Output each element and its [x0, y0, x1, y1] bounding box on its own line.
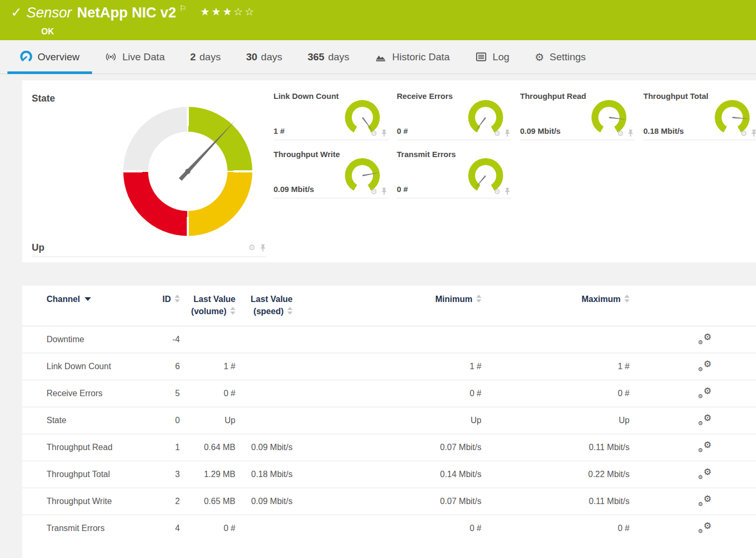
table-row[interactable]: Throughput Write20.65 MB0.09 Mbit/s0.07 …: [22, 488, 756, 515]
status-check-icon: ✓: [6, 3, 26, 21]
gauge-tile-throughput-read[interactable]: Throughput Read0.09 Mbit/s⚙: [520, 88, 635, 140]
cell-maximum: 0.22 Mbit/s: [481, 461, 630, 488]
column-header-last_value_volume[interactable]: Last Value(volume): [180, 286, 235, 326]
tab-overview[interactable]: Overview: [7, 40, 92, 74]
tab-label: Live Data: [122, 51, 165, 63]
cell-id: 5: [149, 380, 180, 407]
column-label: ID: [162, 295, 171, 304]
sort-icon: [230, 307, 235, 315]
column-header-maximum[interactable]: Maximum: [481, 286, 630, 326]
cell-maximum: [481, 326, 630, 353]
table-row[interactable]: Throughput Total31.29 MB0.18 Mbit/s0.14 …: [22, 461, 756, 488]
table-row[interactable]: Throughput Read10.64 MB0.09 Mbit/s0.07 M…: [22, 434, 756, 461]
sensor-name: NetApp NIC v2: [77, 3, 177, 22]
gear-icon[interactable]: ⚙: [370, 188, 377, 195]
chart-icon: [375, 51, 387, 63]
sort-icon: [175, 295, 180, 303]
gauge-value: 0.18 Mbit/s: [643, 126, 684, 135]
gear-icon[interactable]: ⚙: [617, 130, 624, 137]
channel-settings-gear-icon[interactable]: ⚙⚙: [698, 468, 712, 479]
column-header-id[interactable]: ID: [149, 286, 180, 326]
tab-live-data[interactable]: Live Data: [92, 40, 177, 74]
tab-2-days[interactable]: 2days: [177, 40, 233, 74]
cell-minimum: 0 #: [293, 515, 481, 542]
gear-icon[interactable]: ⚙: [494, 130, 500, 137]
column-label: Minimum: [435, 295, 472, 304]
gear-icon[interactable]: ⚙: [494, 188, 500, 195]
cell-maximum: 0.11 Mbit/s: [481, 434, 630, 461]
table-row[interactable]: Transmit Errors40 #0 #0 #⚙⚙: [22, 515, 756, 542]
table-row[interactable]: Link Down Count61 #1 #1 #⚙⚙: [22, 353, 756, 380]
tab-number: 365: [307, 51, 324, 63]
column-sublabel: (speed): [253, 307, 284, 316]
channel-settings-gear-icon[interactable]: ⚙⚙: [698, 495, 712, 506]
cell-last_value_volume: 1.29 MB: [180, 461, 235, 488]
broadcast-icon: [105, 51, 117, 63]
column-header-settings: [630, 286, 756, 326]
gauge-tile-throughput-write[interactable]: Throughput Write0.09 Mbit/s⚙: [274, 147, 388, 198]
cell-channel: Receive Errors: [22, 380, 149, 407]
tab-label: Overview: [38, 51, 79, 63]
pin-icon[interactable]: [381, 129, 387, 137]
cell-last_value_volume: Up: [180, 407, 235, 434]
gear-icon[interactable]: ⚙: [370, 130, 377, 137]
tab-365-days[interactable]: 365days: [295, 40, 362, 74]
pin-icon[interactable]: [504, 129, 511, 137]
cell-last_value_volume: 1 #: [180, 353, 235, 380]
gear-icon[interactable]: ⚙: [740, 130, 747, 137]
cell-maximum: 0 #: [481, 515, 630, 542]
column-header-last_value_speed[interactable]: Last Value(speed): [235, 286, 293, 326]
sensor-header: ✓ Sensor NetApp NIC v2 ⚐ ★★★☆☆ OK: [0, 0, 756, 40]
pin-icon[interactable]: [381, 187, 387, 195]
channel-settings-gear-icon[interactable]: ⚙⚙: [698, 441, 712, 452]
priority-stars[interactable]: ★★★☆☆: [201, 3, 256, 20]
gauge-tile-receive-errors[interactable]: Receive Errors0 #⚙: [397, 88, 512, 140]
tab-30-days[interactable]: 30days: [233, 40, 295, 74]
sort-desc-icon: [85, 297, 91, 301]
channel-settings-gear-icon[interactable]: ⚙⚙: [698, 414, 712, 425]
pin-icon[interactable]: [627, 129, 634, 137]
pin-icon[interactable]: [260, 244, 266, 252]
gauge-title: Throughput Read: [520, 88, 635, 100]
flag-icon[interactable]: ⚐: [179, 3, 186, 14]
gauge-tile-throughput-total[interactable]: Throughput Total0.18 Mbit/s⚙: [643, 88, 756, 140]
state-gauge-tile[interactable]: State Up ⚙: [32, 88, 266, 257]
cell-minimum: 0.07 Mbit/s: [293, 434, 481, 461]
table-row[interactable]: Receive Errors50 #0 #0 #⚙⚙: [22, 380, 756, 407]
column-label: Maximum: [581, 295, 621, 304]
cell-last_value_speed: 0.09 Mbit/s: [235, 434, 293, 461]
gauge-value: 0.09 Mbit/s: [520, 126, 561, 135]
gauge-tile-transmit-errors[interactable]: Transmit Errors0 #⚙: [397, 147, 512, 198]
tab-settings[interactable]: ⚙Settings: [522, 40, 599, 74]
tab-label: days: [261, 51, 282, 63]
column-header-minimum[interactable]: Minimum: [293, 286, 481, 326]
sort-icon: [287, 307, 293, 315]
gauges-panel: State Up ⚙ Link Down Count1 #⚙Receive Er…: [22, 80, 756, 262]
gauge-title: Receive Errors: [397, 88, 512, 100]
cell-channel: Downtime: [22, 326, 149, 353]
channel-settings-gear-icon[interactable]: ⚙⚙: [698, 387, 712, 398]
gauge-tile-link-down-count[interactable]: Link Down Count1 #⚙: [274, 88, 388, 140]
gear-icon[interactable]: ⚙: [249, 244, 256, 252]
cell-maximum: 1 #: [481, 353, 630, 380]
tab-historic-data[interactable]: Historic Data: [362, 40, 462, 74]
gauge-value: 0 #: [397, 126, 408, 135]
channel-settings-gear-icon[interactable]: ⚙⚙: [698, 360, 712, 371]
channel-settings-gear-icon[interactable]: ⚙⚙: [698, 333, 712, 344]
cell-id: 2: [149, 488, 180, 515]
table-row[interactable]: Downtime-4⚙⚙: [22, 326, 756, 353]
table-row[interactable]: State0UpUpUp⚙⚙: [22, 407, 756, 434]
tab-label: days: [328, 51, 349, 63]
column-header-channel[interactable]: Channel: [22, 286, 149, 326]
channel-settings-gear-icon[interactable]: ⚙⚙: [698, 522, 712, 533]
cell-maximum: 0 #: [481, 380, 630, 407]
pin-icon[interactable]: [504, 187, 511, 195]
pin-icon[interactable]: [751, 129, 756, 137]
cell-last_value_speed: [235, 407, 293, 434]
tab-label: Historic Data: [392, 51, 450, 63]
gauge-icon: [20, 51, 32, 63]
tab-log[interactable]: Log: [462, 40, 522, 74]
gauge-value: 0 #: [397, 185, 408, 194]
cell-last_value_speed: [235, 353, 293, 380]
cell-minimum: 0.07 Mbit/s: [293, 488, 481, 515]
